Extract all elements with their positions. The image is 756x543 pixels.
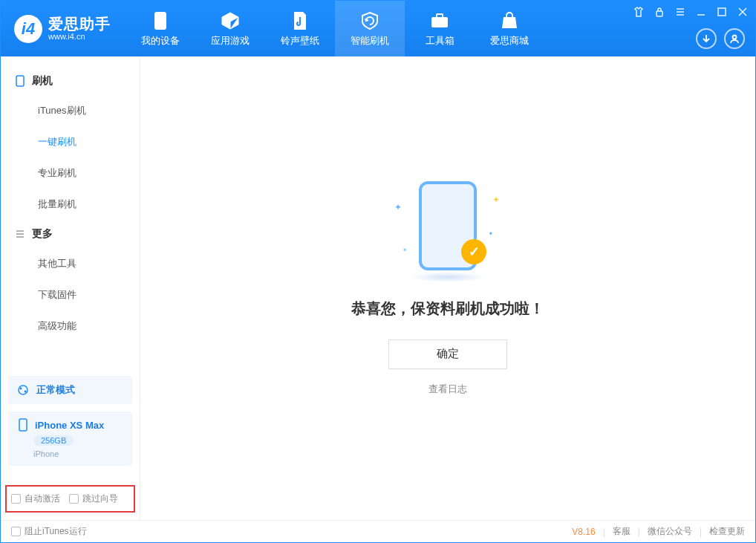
device-card[interactable]: iPhone XS Max 256GB iPhone xyxy=(8,412,132,466)
main-nav: 我的设备 应用游戏 铃声壁纸 智能刷机 工具箱 爱思商城 xyxy=(126,1,544,56)
sync-icon xyxy=(17,384,29,396)
footer-link-service[interactable]: 客服 xyxy=(613,525,630,538)
svg-point-17 xyxy=(20,388,22,390)
svg-rect-19 xyxy=(19,419,27,431)
main-content: ✓ ✦ ✦ • • 恭喜您，保资料刷机成功啦！ 确定 查看日志 xyxy=(140,56,755,520)
bag-icon xyxy=(499,10,520,31)
checkbox-block-itunes[interactable]: 阻止iTunes运行 xyxy=(11,525,87,538)
nav-apps-games[interactable]: 应用游戏 xyxy=(195,1,265,56)
music-file-icon xyxy=(290,10,310,31)
list-icon xyxy=(14,228,26,240)
sidebar-item-advanced[interactable]: 高级功能 xyxy=(1,310,140,342)
user-button[interactable] xyxy=(724,28,745,49)
app-subtitle: www.i4.cn xyxy=(48,32,111,41)
phone-icon xyxy=(17,419,29,431)
lock-icon[interactable] xyxy=(653,5,666,19)
svg-point-18 xyxy=(25,391,27,393)
device-mode-card[interactable]: 正常模式 xyxy=(8,376,132,404)
status-bar: 阻止iTunes运行 V8.16 | 客服 | 微信公众号 | 检查更新 xyxy=(1,520,755,542)
sidebar-group-flash: 刷机 xyxy=(1,67,140,95)
version-label: V8.16 xyxy=(572,527,595,537)
svg-point-11 xyxy=(733,36,737,39)
svg-point-16 xyxy=(19,386,27,394)
highlighted-options-box: 自动激活 跳过向导 xyxy=(5,485,135,513)
view-log-link[interactable]: 查看日志 xyxy=(428,383,467,396)
footer-link-wechat[interactable]: 微信公众号 xyxy=(648,525,692,538)
app-title: 爱思助手 xyxy=(48,16,111,32)
menu-icon[interactable] xyxy=(674,5,687,19)
close-button[interactable] xyxy=(736,5,749,19)
nav-ringtone-wallpaper[interactable]: 铃声壁纸 xyxy=(265,1,335,56)
svg-rect-12 xyxy=(16,76,24,86)
sparkle-icon: • xyxy=(403,245,406,256)
nav-smart-flash[interactable]: 智能刷机 xyxy=(335,1,405,56)
minimize-button[interactable] xyxy=(694,5,708,19)
success-title: 恭喜您，保资料刷机成功啦！ xyxy=(351,299,544,319)
sidebar-item-oneclick-flash[interactable]: 一键刷机 xyxy=(1,126,140,157)
sidebar: 刷机 iTunes刷机 一键刷机 专业刷机 批量刷机 更多 其他工具 下载固件 … xyxy=(1,56,140,520)
footer-link-update[interactable]: 检查更新 xyxy=(709,525,745,538)
window-controls xyxy=(632,5,749,19)
logo-icon: i4 xyxy=(14,15,42,43)
title-bar: i4 爱思助手 www.i4.cn 我的设备 应用游戏 铃声壁纸 智能刷机 工具… xyxy=(1,1,755,56)
checkbox-skip-guide[interactable]: 跳过向导 xyxy=(69,492,118,505)
sidebar-item-pro-flash[interactable]: 专业刷机 xyxy=(1,157,140,189)
phone-icon xyxy=(150,10,171,31)
check-badge-icon: ✓ xyxy=(461,239,486,264)
maximize-button[interactable] xyxy=(715,5,729,19)
mode-label: 正常模式 xyxy=(36,383,75,397)
svg-rect-1 xyxy=(431,17,448,27)
sidebar-group-more: 更多 xyxy=(1,220,140,248)
svg-rect-8 xyxy=(718,8,726,16)
device-type: iPhone xyxy=(33,449,123,458)
sparkle-icon: ✦ xyxy=(492,195,500,205)
device-name: iPhone XS Max xyxy=(35,420,104,431)
checkbox-icon xyxy=(11,494,21,504)
header-right xyxy=(696,28,745,49)
sidebar-item-batch-flash[interactable]: 批量刷机 xyxy=(1,189,140,220)
sidebar-item-itunes-flash[interactable]: iTunes刷机 xyxy=(1,95,140,126)
shirt-icon[interactable] xyxy=(632,5,645,19)
sidebar-item-other-tools[interactable]: 其他工具 xyxy=(1,248,140,279)
cube-icon xyxy=(220,10,241,31)
success-illustration: ✓ ✦ ✦ • • xyxy=(388,181,507,278)
sparkle-icon: ✦ xyxy=(394,202,402,212)
download-button[interactable] xyxy=(696,28,717,49)
checkbox-icon xyxy=(11,527,21,536)
toolbox-icon xyxy=(429,10,450,31)
device-icon xyxy=(14,75,26,87)
svg-rect-3 xyxy=(656,11,662,16)
refresh-shield-icon xyxy=(359,10,380,31)
svg-rect-0 xyxy=(154,12,166,30)
sidebar-item-download-firmware[interactable]: 下载固件 xyxy=(1,279,140,310)
checkbox-icon xyxy=(69,494,79,504)
nav-store[interactable]: 爱思商城 xyxy=(475,1,544,56)
device-storage: 256GB xyxy=(33,435,74,446)
app-logo: i4 爱思助手 www.i4.cn xyxy=(1,15,126,43)
nav-my-device[interactable]: 我的设备 xyxy=(126,1,195,56)
nav-toolbox[interactable]: 工具箱 xyxy=(405,1,475,56)
svg-rect-2 xyxy=(437,14,443,18)
checkbox-auto-activate[interactable]: 自动激活 xyxy=(11,492,60,505)
sparkle-icon: • xyxy=(489,229,492,239)
confirm-button[interactable]: 确定 xyxy=(388,339,507,369)
